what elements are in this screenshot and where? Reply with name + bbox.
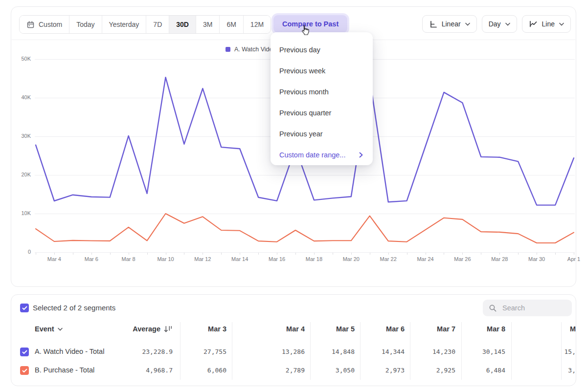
column-header-label: Mar 4 [286, 325, 305, 333]
compare-menu-items: Previous dayPrevious weekPrevious monthP… [271, 39, 373, 144]
column-header-mar-4[interactable]: Mar 4 [286, 325, 305, 333]
selected-segments-label: Selected 2 of 2 segments [33, 304, 115, 312]
column-header-label: Average [133, 325, 160, 333]
cell-value: 3,050 [336, 367, 355, 374]
column-header-average[interactable]: Average [133, 325, 173, 333]
row-checkbox-a-watch-video-total[interactable] [20, 348, 29, 356]
cell-value: 23,228.9 [142, 348, 173, 355]
menu-item-previous-year[interactable]: Previous year [271, 123, 373, 144]
column-header-m[interactable]: M [570, 325, 576, 333]
column-header-mar-7[interactable]: Mar 7 [437, 325, 455, 333]
cell-value: 2,973 [385, 367, 405, 374]
legend-label-watch-video[interactable]: A. Watch Video [234, 46, 276, 53]
menu-item-custom-date-range[interactable]: Custom date range... [271, 144, 373, 165]
legend-swatch-watch-video [226, 47, 230, 52]
sort-descending-icon [164, 326, 173, 333]
cell-value: 27,755 [203, 348, 226, 355]
chart-legend: A. Watch Video [226, 46, 276, 53]
column-header-mar-5[interactable]: Mar 5 [336, 325, 355, 333]
cell-value: 30,145 [482, 348, 505, 355]
cell-value: 6,060 [207, 367, 226, 374]
check-icon [22, 306, 27, 310]
compare-menu: Previous dayPrevious weekPrevious monthP… [271, 32, 373, 165]
custom-date-range-label: Custom date range... [279, 151, 345, 159]
cell-value: 6,484 [486, 367, 505, 374]
check-icon [22, 369, 27, 373]
column-header-label: M [570, 325, 576, 333]
check-icon [22, 350, 27, 354]
cell-value: 14,848 [332, 348, 355, 355]
menu-item-previous-day[interactable]: Previous day [271, 39, 373, 60]
cell-value: 14,344 [382, 348, 405, 355]
cell-value: 2,925 [436, 367, 455, 374]
cell-value: 4,968.7 [146, 367, 173, 374]
menu-item-previous-week[interactable]: Previous week [271, 60, 373, 81]
event-column-header[interactable]: Event [35, 325, 63, 333]
column-header-label: Mar 8 [487, 325, 505, 333]
chevron-down-icon [58, 327, 63, 331]
search-box [483, 300, 572, 316]
select-all-checkbox[interactable] [20, 304, 29, 312]
cell-value: 14,230 [432, 348, 455, 355]
segments-table-card: Selected 2 of 2 segments Event AverageMa… [11, 294, 576, 386]
row-name: A. Watch Video - Total [35, 348, 104, 355]
menu-item-previous-month[interactable]: Previous month [271, 81, 373, 102]
row-name: B. Purchase - Total [35, 366, 94, 374]
column-header-label: Mar 7 [437, 325, 455, 333]
column-header-label: Mar 3 [208, 325, 226, 333]
column-header-mar-6[interactable]: Mar 6 [386, 325, 405, 333]
cell-value: 15, [564, 348, 576, 355]
cell-value: 2,789 [286, 367, 305, 374]
cell-value: 3, [568, 367, 576, 374]
cell-value: 13,286 [282, 348, 305, 355]
search-icon [489, 304, 497, 312]
table-row-b-purchase-total: B. Purchase - Total4,968.76,0602,7893,05… [11, 361, 576, 380]
series-line-b-purchase [36, 214, 574, 243]
mouse-pointer-icon [299, 24, 311, 37]
event-header-label: Event [35, 325, 54, 333]
chevron-right-icon [359, 152, 363, 158]
column-header-label: Mar 5 [336, 325, 355, 333]
table-row-a-watch-video-total: A. Watch Video - Total23,228.927,75513,2… [11, 343, 576, 361]
search-input[interactable] [501, 304, 562, 312]
menu-item-previous-quarter[interactable]: Previous quarter [271, 102, 373, 123]
row-checkbox-b-purchase-total[interactable] [20, 366, 29, 375]
column-header-label: Mar 6 [386, 325, 405, 333]
column-header-mar-8[interactable]: Mar 8 [487, 325, 505, 333]
column-header-mar-3[interactable]: Mar 3 [208, 325, 226, 333]
